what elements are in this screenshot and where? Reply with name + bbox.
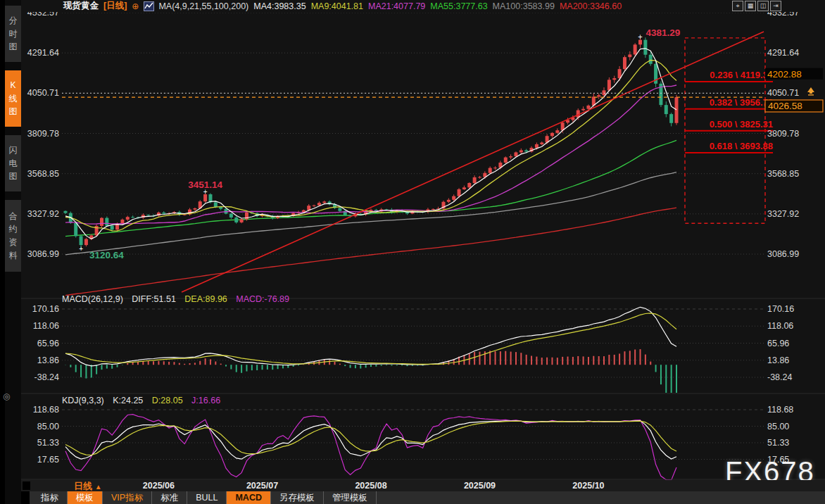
svg-text:170.16: 170.16	[32, 304, 59, 314]
sidebar: 分时图K线图闪电图合约资料 ◎	[0, 0, 21, 504]
fit-chart-icon[interactable]: ▦	[745, 1, 756, 11]
svg-text:3568.85: 3568.85	[767, 169, 799, 179]
sidebar-strip	[0, 0, 5, 504]
svg-text:3809.78: 3809.78	[767, 129, 799, 139]
svg-text:0.618 \ 3693.88: 0.618 \ 3693.88	[710, 141, 773, 151]
ma-settings-label: MA(4,9,21,55,100,200)	[158, 1, 248, 11]
toolbar-tab-4[interactable]: 标准	[152, 491, 187, 504]
topbar: 现货黄金 [日线] ⊕ MA(4,9,21,55,100,200) MA4:39…	[21, 0, 825, 12]
svg-text:118.68: 118.68	[33, 405, 59, 415]
kdj-d-value: D:28.05	[152, 396, 183, 405]
svg-text:0.236 \ 4119.33: 0.236 \ 4119.33	[710, 70, 773, 80]
svg-text:-38.24: -38.24	[767, 372, 792, 382]
chevron-up-icon: ▲	[95, 483, 102, 491]
sidebar-tab-2[interactable]: K线图	[5, 70, 21, 127]
date-row-corner	[23, 481, 30, 490]
svg-text:51.33: 51.33	[767, 438, 789, 448]
svg-text:13.86: 13.86	[37, 355, 59, 365]
date-tick: 2025/10	[572, 481, 604, 491]
macd-diff-value: DIFF:51.51	[132, 294, 176, 304]
ma-value: MA9:4041.81	[311, 1, 363, 11]
toolbar-tab-7[interactable]: 另存模板	[271, 491, 324, 504]
svg-text:118.06: 118.06	[767, 321, 793, 331]
chart-style-icon[interactable]	[144, 1, 154, 11]
ma-value: MA200:3346.60	[560, 1, 622, 11]
ma-value: MA100:3583.99	[493, 1, 555, 11]
alert-arrow-icon[interactable]	[807, 87, 815, 96]
svg-text:4026.58: 4026.58	[768, 101, 802, 111]
svg-text:4202.88: 4202.88	[767, 69, 802, 80]
date-tick: 2025/08	[355, 481, 386, 491]
ma-value: MA4:3983.35	[253, 1, 306, 11]
svg-text:0.500 \ 3825.31: 0.500 \ 3825.31	[710, 119, 773, 130]
svg-text:4050.71: 4050.71	[27, 88, 59, 98]
date-tick: 2025/07	[246, 481, 278, 491]
jump-latest-icon[interactable]: ⇥	[770, 1, 781, 11]
date-tick: 2025/09	[464, 481, 496, 491]
date-axis-row: 日线 ▲ 2025/062025/072025/082025/092025/10	[21, 480, 825, 491]
svg-text:4291.64: 4291.64	[27, 48, 59, 58]
svg-text:118.06: 118.06	[33, 321, 59, 331]
crosshair-icon[interactable]: ⌖	[732, 1, 743, 11]
svg-text:4291.64: 4291.64	[767, 48, 799, 58]
date-tick: 2025/06	[143, 481, 175, 491]
collapse-icon[interactable]: ◎	[3, 391, 10, 401]
chart-canvas[interactable]: 0.236 \ 4119.330.382 \ 3956.730.500 \ 38…	[0, 0, 825, 504]
toolbar-tab-6[interactable]: MACD	[227, 491, 271, 504]
svg-text:-38.24: -38.24	[34, 372, 59, 382]
ma-values: MA4:3983.35MA9:4041.81MA21:4077.79MA55:3…	[253, 1, 626, 11]
svg-text:3327.92: 3327.92	[27, 209, 59, 219]
period-tag[interactable]: [日线]	[103, 0, 127, 12]
add-indicator-icon[interactable]: ⊕	[132, 1, 139, 11]
svg-text:4381.29: 4381.29	[646, 27, 681, 38]
svg-text:0.382 \ 3956.73: 0.382 \ 3956.73	[710, 97, 773, 108]
toolbar-corner	[21, 491, 30, 504]
toolbar-tab-3[interactable]: VIP指标	[103, 491, 152, 504]
scroll-right-icon[interactable]: ◫	[757, 1, 769, 11]
svg-text:+: +	[638, 32, 642, 41]
svg-text:17.65: 17.65	[37, 455, 59, 465]
svg-text:3327.92: 3327.92	[767, 209, 799, 219]
toolbar-tab-5[interactable]: BULL	[187, 491, 227, 504]
svg-text:65.96: 65.96	[767, 339, 789, 348]
svg-text:85.00: 85.00	[767, 422, 789, 431]
sidebar-tab-3[interactable]: 闪电图	[5, 135, 21, 191]
svg-text:51.33: 51.33	[37, 438, 59, 448]
svg-text:3120.64: 3120.64	[89, 250, 124, 260]
svg-text:+: +	[203, 188, 208, 196]
window-icons: ⌖▦◫⇥	[732, 1, 781, 11]
kdj-params: KDJ(9,3,3)	[62, 396, 104, 405]
kdj-k-value: K:24.25	[113, 396, 143, 405]
toolbar-tab-2[interactable]: 模板	[68, 491, 103, 504]
svg-text:85.00: 85.00	[37, 422, 59, 431]
toolbar-tab-8[interactable]: 管理模板	[324, 491, 377, 504]
symbol-title: 现货黄金	[63, 0, 99, 12]
macd-macd-value: MACD:-76.89	[236, 294, 289, 304]
sidebar-tab-1[interactable]: 分时图	[5, 6, 21, 62]
kdj-j-value: J:16.66	[191, 396, 220, 405]
svg-text:3809.78: 3809.78	[27, 129, 59, 139]
svg-text:3086.99: 3086.99	[27, 249, 59, 259]
sidebar-tab-4[interactable]: 合约资料	[5, 200, 21, 272]
ma-value: MA21:4077.79	[368, 1, 425, 11]
macd-dea-value: DEA:89.96	[184, 294, 227, 304]
macd-params: MACD(26,12,9)	[62, 294, 123, 304]
trading-app-window: 0.236 \ 4119.330.382 \ 3956.730.500 \ 38…	[0, 0, 825, 504]
svg-text:+: +	[79, 245, 83, 253]
svg-text:118.68: 118.68	[767, 405, 793, 415]
svg-text:3086.99: 3086.99	[767, 249, 799, 259]
macd-label-row: MACD(26,12,9) DIFF:51.51 DEA:89.96 MACD:…	[62, 294, 296, 304]
svg-text:4050.71: 4050.71	[767, 88, 799, 98]
toolbar-tab-1[interactable]: 指标	[32, 491, 68, 504]
ma-value: MA55:3777.63	[430, 1, 487, 11]
bottom-toolbar: 指标模板VIP指标标准BULLMACD另存模板管理模板	[21, 491, 825, 504]
svg-text:13.86: 13.86	[767, 355, 789, 365]
kdj-label-row: KDJ(9,3,3) K:24.25 D:28.05 J:16.66	[62, 396, 227, 405]
svg-text:65.96: 65.96	[37, 339, 59, 348]
svg-text:3568.85: 3568.85	[27, 169, 59, 179]
svg-text:170.16: 170.16	[767, 304, 794, 314]
